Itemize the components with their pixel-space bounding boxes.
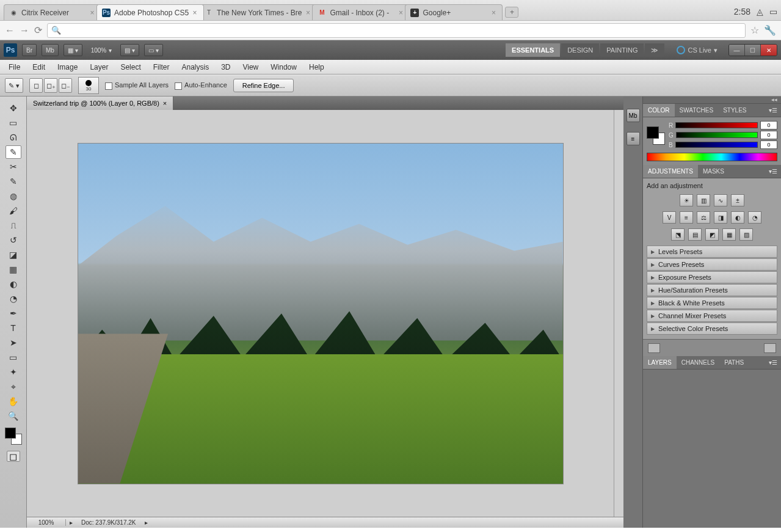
history-brush-tool-icon[interactable]: ↺ <box>5 233 21 247</box>
color-spectrum[interactable] <box>647 153 777 161</box>
posterize-icon[interactable]: ▤ <box>688 228 702 241</box>
forward-button[interactable]: → <box>20 25 29 36</box>
preset-selective[interactable]: ▶Selective Color Presets <box>647 322 777 335</box>
close-icon[interactable]: × <box>490 9 497 16</box>
g-slider[interactable] <box>676 132 758 138</box>
hand-tool-icon[interactable]: ✋ <box>5 395 21 408</box>
tab-color[interactable]: COLOR <box>643 104 675 117</box>
cs-live-button[interactable]: CS Live ▾ <box>677 46 717 54</box>
menu-select[interactable]: Select <box>114 60 147 75</box>
stamp-tool-icon[interactable]: ⎍ <box>5 219 21 232</box>
browser-tab[interactable]: PsAdobe Photoshop CS5× <box>96 4 204 20</box>
arrange-documents-button[interactable]: ▤ ▾ <box>120 44 139 56</box>
panel-menu-icon[interactable]: ▾☰ <box>765 356 781 369</box>
status-zoom[interactable]: 100% <box>27 519 66 526</box>
brush-picker[interactable]: 30 <box>78 77 99 94</box>
menu-view[interactable]: View <box>236 60 264 75</box>
close-button[interactable]: ✕ <box>761 45 777 56</box>
camera-tool-icon[interactable]: ⌖ <box>5 380 21 393</box>
new-tab-button[interactable]: + <box>505 7 518 18</box>
maximize-button[interactable]: ☐ <box>745 45 761 56</box>
tab-layers[interactable]: LAYERS <box>643 356 677 369</box>
tab-masks[interactable]: MASKS <box>698 165 729 178</box>
minibridge-panel-icon[interactable]: Mb <box>627 109 640 122</box>
eraser-tool-icon[interactable]: ◪ <box>5 248 21 261</box>
address-bar[interactable]: 🔍 <box>47 23 746 38</box>
pen-tool-icon[interactable]: ✒ <box>5 307 21 320</box>
close-icon[interactable]: × <box>304 9 311 16</box>
type-tool-icon[interactable]: T <box>5 321 21 335</box>
tab-paths[interactable]: PATHS <box>719 356 749 369</box>
menu-analysis[interactable]: Analysis <box>175 60 215 75</box>
zoom-tool-icon[interactable]: 🔍 <box>5 409 21 423</box>
vertical-scrollbar[interactable] <box>614 110 623 517</box>
tab-swatches[interactable]: SWATCHES <box>675 104 719 117</box>
g-input[interactable] <box>760 131 777 139</box>
close-icon[interactable]: × <box>191 9 198 16</box>
color-swatch[interactable] <box>647 126 665 145</box>
exposure-icon[interactable]: ± <box>731 194 744 206</box>
threshold-icon[interactable]: ◩ <box>705 228 719 241</box>
tab-adjustments[interactable]: ADJUSTMENTS <box>643 165 698 178</box>
view-extras-button[interactable]: ▦ ▾ <box>64 44 82 56</box>
panel-menu-icon[interactable]: ▾☰ <box>765 104 781 117</box>
workspace-painting[interactable]: PAINTING <box>600 43 644 57</box>
bw-icon[interactable]: ◨ <box>714 211 727 224</box>
move-tool-icon[interactable]: ✥ <box>5 101 21 115</box>
crop-tool-icon[interactable]: ✂ <box>5 160 21 173</box>
channel-mixer-icon[interactable]: ◔ <box>748 211 761 224</box>
menu-file[interactable]: File <box>2 60 26 75</box>
quick-mask-icon[interactable]: ◻ <box>7 451 20 462</box>
preset-channel[interactable]: ▶Channel Mixer Presets <box>647 310 777 322</box>
new-selection-icon[interactable]: ◻ <box>29 78 43 93</box>
preset-curves[interactable]: ▶Curves Presets <box>647 258 777 271</box>
browser-tab[interactable]: +Google+× <box>405 4 503 20</box>
quick-selection-tool-icon[interactable]: ✎ <box>5 145 21 159</box>
browser-tab[interactable]: TThe New York Times - Bre× <box>199 4 317 20</box>
tab-styles[interactable]: STYLES <box>718 104 751 117</box>
shape-tool-icon[interactable]: ▭ <box>5 351 21 364</box>
selective-color-icon[interactable]: ▨ <box>739 228 753 241</box>
bookmark-icon[interactable]: ☆ <box>750 24 759 36</box>
eyedropper-tool-icon[interactable]: ✎ <box>5 175 21 188</box>
close-icon[interactable]: × <box>89 9 96 16</box>
zoom-level[interactable]: 100% ▾ <box>87 44 116 56</box>
path-selection-tool-icon[interactable]: ➤ <box>5 336 21 349</box>
menu-edit[interactable]: Edit <box>26 60 51 75</box>
workspace-more[interactable]: ≫ <box>645 43 664 57</box>
close-icon[interactable]: × <box>163 100 167 107</box>
menu-help[interactable]: Help <box>303 60 330 75</box>
healing-brush-tool-icon[interactable]: ◍ <box>5 189 21 203</box>
brightness-icon[interactable]: ☀ <box>680 194 693 206</box>
panel-collapse-icon[interactable]: ◂◂ <box>643 97 781 104</box>
adjustment-clip-icon[interactable] <box>648 343 660 353</box>
workspace-design[interactable]: DESIGN <box>561 43 599 57</box>
menu-window[interactable]: Window <box>264 60 303 75</box>
workspace-essentials[interactable]: ESSENTIALS <box>506 43 560 57</box>
lasso-tool-icon[interactable]: ᘏ <box>5 131 21 144</box>
invert-icon[interactable]: ⬔ <box>671 228 685 241</box>
auto-enhance-checkbox[interactable]: Auto-Enhance <box>175 81 227 89</box>
sample-all-layers-checkbox[interactable]: Sample All Layers <box>105 81 169 89</box>
menu-filter[interactable]: Filter <box>147 60 176 75</box>
close-icon[interactable]: × <box>397 9 404 16</box>
hue-icon[interactable]: ≡ <box>680 211 693 224</box>
adjustment-trash-icon[interactable] <box>764 343 776 353</box>
dodge-tool-icon[interactable]: ◔ <box>5 292 21 305</box>
photo-filter-icon[interactable]: ◐ <box>731 211 744 224</box>
wrench-icon[interactable]: 🔧 <box>764 24 776 36</box>
photoshop-logo-icon[interactable]: Ps <box>4 43 17 57</box>
bridge-button[interactable]: Br <box>22 44 37 56</box>
color-swatches[interactable] <box>5 428 22 445</box>
current-tool-icon[interactable]: ✎ ▾ <box>5 78 23 93</box>
menu-3d[interactable]: 3D <box>215 60 236 75</box>
panel-menu-icon[interactable]: ▾☰ <box>765 165 781 178</box>
preset-hue[interactable]: ▶Hue/Saturation Presets <box>647 284 777 296</box>
battery-icon[interactable]: ▭ <box>769 7 777 16</box>
preset-levels[interactable]: ▶Levels Presets <box>647 246 777 258</box>
back-button[interactable]: ← <box>5 25 15 36</box>
screen-mode-button[interactable]: ▭ ▾ <box>144 44 163 56</box>
r-input[interactable] <box>760 121 777 129</box>
brush-tool-icon[interactable]: 🖌 <box>5 204 21 217</box>
refine-edge-button[interactable]: Refine Edge... <box>233 79 294 92</box>
